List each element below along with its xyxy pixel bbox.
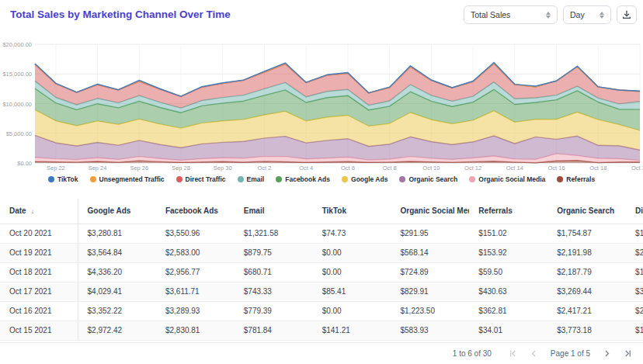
cell-email: $779.39 [235, 301, 313, 321]
column-header-date[interactable]: Date↓ [0, 199, 78, 224]
sort-desc-icon: ↓ [31, 207, 35, 215]
x-tick-label: Oct 18 [575, 165, 621, 172]
cell-google-ads: $3,564.84 [78, 243, 156, 262]
cell-tiktok: $74.73 [313, 224, 391, 243]
cell-google-ads: $4,336.20 [78, 262, 156, 282]
cell-facebook-ads: $3,550.96 [156, 224, 235, 243]
legend-dot-icon [176, 176, 182, 182]
cell-organic-social-media: $291.95 [391, 224, 470, 243]
table-row[interactable]: Oct 19 2021$3,564.84$2,583.00$879.75$0.0… [0, 243, 643, 262]
metric-select-value: Total Sales [471, 10, 510, 19]
chart-plot [35, 44, 640, 163]
cell-date: Oct 20 2021 [0, 224, 78, 243]
legend-dot-icon [399, 176, 405, 182]
chevron-left-icon [530, 349, 538, 358]
next-page-button[interactable] [603, 349, 611, 358]
legend-label: TikTok [57, 175, 78, 183]
table-header-row: Date↓Google AdsFacebook AdsEmailTikTokOr… [0, 199, 643, 224]
cell-organic-social-media: $829.91 [391, 282, 470, 301]
column-header-google-ads[interactable]: Google Ads [78, 199, 156, 224]
cell-organic-search: $2,191.98 [547, 243, 626, 262]
column-header-facebook-ads[interactable]: Facebook Ads [156, 199, 235, 224]
table-row[interactable]: Oct 20 2021$3,280.81$3,550.96$1,321.58$7… [0, 224, 643, 243]
column-header-email[interactable]: Email [235, 199, 313, 224]
cell-facebook-ads: $3,611.71 [156, 282, 235, 301]
legend-label: Organic Social Media [478, 175, 545, 183]
legend-item-unsegmented-traffic[interactable]: Unsegmented Traffic [90, 175, 165, 183]
y-tick-label: $5,000.00 [0, 130, 32, 137]
legend-item-email[interactable]: Email [238, 175, 265, 183]
cell-referrals: $151.02 [469, 224, 547, 243]
x-tick-label: Sep 22 [33, 165, 79, 172]
legend-item-tiktok[interactable]: TikTok [48, 175, 78, 183]
legend-item-google-ads[interactable]: Google Ads [342, 175, 388, 183]
cell-facebook-ads: $2,830.81 [156, 321, 235, 340]
last-page-button[interactable] [624, 349, 632, 358]
legend-label: Organic Search [408, 175, 457, 183]
metric-select[interactable]: Total Sales [464, 5, 558, 24]
cell-tiktok: $0.00 [313, 301, 391, 321]
column-header-organic-social-media[interactable]: Organic Social Media [391, 199, 470, 224]
legend-dot-icon [469, 176, 475, 182]
page-title: Total Sales by Marketing Channel Over Ti… [10, 9, 231, 20]
legend-dot-icon [557, 176, 563, 182]
cell-referrals: $34.01 [469, 321, 547, 340]
legend-item-referrals[interactable]: Referrals [557, 175, 595, 183]
data-table-container[interactable]: Date↓Google AdsFacebook AdsEmailTikTokOr… [0, 199, 643, 343]
cell-organic-search: $2,187.79 [547, 262, 626, 282]
cell-google-ads: $2,972.42 [78, 321, 156, 340]
cell-organic-search: $3,773.18 [547, 321, 626, 340]
legend-label: Unsegmented Traffic [99, 175, 165, 183]
legend-item-facebook-ads[interactable]: Facebook Ads [276, 175, 330, 183]
cell-facebook-ads: $2,956.77 [156, 262, 235, 282]
x-tick-label: Oct 10 [408, 165, 454, 172]
cell-direct-traffic: $2,406.17 [626, 301, 643, 321]
chevron-updown-icon [546, 12, 551, 19]
row-range-summary: 1 to 6 of 30 [453, 349, 492, 358]
cell-organic-social-media: $724.89 [391, 262, 470, 282]
column-header-direct-traffic[interactable]: Direct Traffic [626, 199, 643, 224]
cell-email: $1,321.58 [235, 224, 313, 243]
y-tick-label: $20,000.00 [0, 41, 32, 48]
column-header-referrals[interactable]: Referrals [469, 199, 547, 224]
pagination-controls: Page 1 of 5 [509, 349, 632, 358]
cell-organic-search: $1,754.87 [547, 224, 626, 243]
last-page-icon [624, 349, 632, 358]
column-header-organic-search[interactable]: Organic Search [547, 199, 626, 224]
table-row[interactable]: Oct 15 2021$2,972.42$2,830.81$781.84$141… [0, 321, 643, 340]
cell-email: $743.33 [235, 282, 313, 301]
cell-facebook-ads: $3,289.93 [156, 301, 235, 321]
cell-date: Oct 16 2021 [0, 301, 78, 321]
stacked-area-chart: $0.00$5,000.00$10,000.00$15,000.00$20,00… [0, 33, 643, 189]
legend-item-organic-social-media[interactable]: Organic Social Media [469, 175, 545, 183]
x-tick-label: Oct 16 [534, 165, 580, 172]
x-tick-label: Oct 12 [450, 165, 496, 172]
y-tick-label: $15,000.00 [0, 71, 32, 78]
cell-direct-traffic: $1,876.33 [626, 262, 643, 282]
download-button[interactable] [617, 5, 637, 24]
legend-item-organic-search[interactable]: Organic Search [399, 175, 457, 183]
table-row[interactable]: Oct 18 2021$4,336.20$2,956.77$680.71$0.0… [0, 262, 643, 282]
y-tick-label: $10,000.00 [0, 101, 32, 108]
header: Total Sales by Marketing Channel Over Ti… [0, 0, 643, 31]
table-row[interactable]: Oct 17 2021$4,029.41$3,611.71$743.33$85.… [0, 282, 643, 301]
first-page-button[interactable] [509, 349, 517, 358]
table-row[interactable]: Oct 16 2021$3,352.22$3,289.93$779.39$0.0… [0, 301, 643, 321]
cell-referrals: $362.81 [469, 301, 547, 321]
legend-label: Facebook Ads [285, 175, 330, 183]
interval-select[interactable]: Day [563, 5, 611, 24]
cell-tiktok: $85.41 [313, 282, 391, 301]
header-controls: Total Sales Day [464, 5, 637, 24]
cell-email: $781.84 [235, 321, 313, 340]
column-header-tiktok[interactable]: TikTok [313, 199, 391, 224]
x-tick-label: Sep 26 [116, 165, 162, 172]
chevron-updown-icon [600, 12, 604, 19]
x-tick-label: Oct 8 [367, 165, 413, 172]
legend-item-direct-traffic[interactable]: Direct Traffic [176, 175, 226, 183]
x-tick-label: Oct 2 [241, 165, 287, 172]
previous-page-button[interactable] [530, 349, 538, 358]
cell-date: Oct 18 2021 [0, 262, 78, 282]
chevron-right-icon [603, 349, 611, 358]
x-tick-label: Oct 20 [617, 165, 643, 172]
x-tick-label: Sep 30 [200, 165, 246, 172]
